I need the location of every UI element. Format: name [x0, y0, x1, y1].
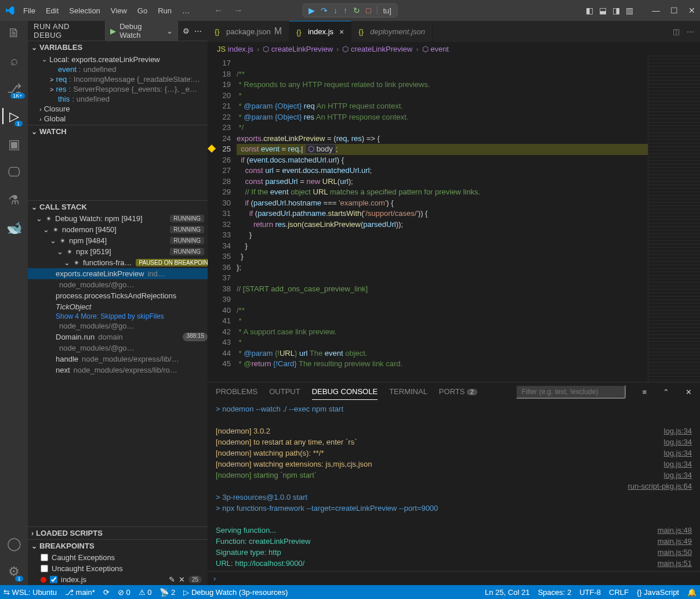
console-input-prompt[interactable]: ›	[208, 571, 700, 585]
console-source-link[interactable]: main.js:50	[658, 547, 692, 558]
scope-closure[interactable]: ›Closure	[28, 104, 208, 114]
breadcrumb-segment[interactable]: ⬡ event	[422, 45, 449, 53]
status-item[interactable]: UTF-8	[579, 588, 601, 597]
layout-panel-icon[interactable]: ⬓	[599, 6, 607, 15]
stack-frame[interactable]: nextnode_modules/express/lib/ro…	[28, 365, 208, 376]
layout-sidebarright-icon[interactable]: ◨	[612, 6, 620, 15]
debug-stepinto-icon[interactable]: ↓	[333, 6, 338, 15]
menu-edit[interactable]: Edit	[41, 4, 63, 17]
status-branch[interactable]: ⎇ main*	[65, 588, 95, 597]
split-editor-icon[interactable]: ◫	[673, 27, 680, 36]
menu-selection[interactable]: Selection	[64, 4, 104, 17]
thread-row[interactable]: ⌄✴Debug Watch: npm [9419]RUNNING	[28, 213, 208, 224]
panel-tab-ports[interactable]: PORTS 2	[439, 384, 477, 400]
menu-view[interactable]: View	[106, 4, 132, 17]
panel-tab-output[interactable]: OUTPUT	[269, 384, 300, 400]
panel-close-icon[interactable]: ✕	[686, 388, 692, 396]
breakpoint-checkbox[interactable]	[41, 565, 48, 572]
testing-icon[interactable]: ⚗	[8, 193, 20, 208]
stack-frame[interactable]: node_modules/@go…	[28, 279, 208, 290]
skip-frames-link[interactable]: Show 4 More: Skipped by skipFiles	[28, 312, 208, 320]
edit-icon[interactable]: ✎	[169, 575, 175, 584]
run-debug-icon[interactable]: ▷1	[9, 109, 19, 124]
console-filter-input[interactable]	[516, 385, 626, 399]
section-watch[interactable]: ⌄WATCH	[28, 125, 208, 138]
stack-frame[interactable]: Domain.rundomain388:15	[28, 331, 208, 342]
explorer-icon[interactable]: 🗎	[8, 26, 20, 41]
status-item[interactable]: Ln 25, Col 21	[485, 588, 529, 597]
debug-restart-icon[interactable]: ↻	[353, 6, 360, 15]
status-item[interactable]: Spaces: 2	[538, 588, 571, 597]
status-item[interactable]: CRLF	[609, 588, 629, 597]
gear-icon[interactable]: ⚙	[183, 27, 190, 35]
notifications-icon[interactable]: 🔔	[687, 588, 697, 597]
breadcrumb-segment[interactable]: ⬡ createLinkPreview	[342, 45, 412, 53]
menu-run[interactable]: Run	[153, 4, 176, 17]
status-remote[interactable]: ⇆ WSL: Ubuntu	[3, 588, 57, 597]
section-callstack[interactable]: ⌄CALL STACK	[28, 201, 208, 213]
variable-row[interactable]: >req: IncomingMessage {_readableState:…	[28, 74, 208, 84]
stack-frame[interactable]: handlenode_modules/express/lib/…	[28, 353, 208, 365]
debug-stepout-icon[interactable]: ↑	[343, 6, 347, 15]
breakpoint-checkbox[interactable]	[50, 576, 57, 583]
section-loaded-scripts[interactable]: ›LOADED SCRIPTS	[28, 527, 208, 539]
extensions-icon[interactable]: ▣	[8, 137, 20, 152]
more-actions-icon[interactable]: ⋯	[687, 27, 694, 36]
menu-file[interactable]: File	[19, 4, 40, 17]
settings-gear-icon[interactable]: ⚙1	[8, 564, 20, 579]
status-err[interactable]: ⊘ 0	[118, 588, 130, 597]
console-source-link[interactable]: log.js:34	[664, 470, 692, 481]
status-warn[interactable]: ⚠ 0	[139, 588, 152, 597]
menu-…[interactable]: …	[177, 4, 194, 17]
thread-row[interactable]: ⌄✴npm [9484]RUNNING	[28, 235, 208, 246]
console-source-link[interactable]: main.js:48	[658, 525, 692, 536]
search-icon[interactable]: ⌕	[10, 53, 18, 68]
thread-row[interactable]: ⌄✴functions-fra…PAUSED ON BREAKPOINT	[28, 257, 208, 268]
status-radio[interactable]: 📡 2	[159, 588, 175, 597]
console-source-link[interactable]: log.js:34	[664, 459, 692, 470]
window-minimize-icon[interactable]: —	[652, 6, 660, 15]
variable-row[interactable]: >res: ServerResponse {_events: {…}, _e…	[28, 84, 208, 94]
layout-sidebarleft-icon[interactable]: ◧	[586, 6, 593, 15]
status-debug[interactable]: ▷ Debug Watch (3p-resources)	[183, 588, 288, 597]
status-sync[interactable]: ⟳	[103, 588, 110, 597]
more-icon[interactable]: ⋯	[194, 27, 202, 35]
stack-frame[interactable]: node_modules/@go…	[28, 320, 208, 331]
stack-frame[interactable]: exports.createLinkPreviewind…	[28, 268, 208, 279]
console-source-link[interactable]: main.js:49	[658, 536, 692, 547]
console-source-link[interactable]: main.js:51	[658, 558, 692, 569]
layout-customize-icon[interactable]: ▥	[626, 6, 633, 15]
console-source-link[interactable]: log.js:34	[664, 448, 692, 459]
source-control-icon[interactable]: ⎇1K+	[7, 81, 21, 96]
panel-maximize-icon[interactable]: ⌃	[663, 388, 669, 396]
section-breakpoints[interactable]: ⌄BREAKPOINTS	[28, 540, 208, 552]
section-variables[interactable]: ⌄VARIABLES	[28, 41, 208, 53]
command-center[interactable]: ▶ ↷ ↓ ↑ ↻ □ tu]	[302, 3, 398, 17]
code-editor[interactable]: 1718192021222324252627282930313233343536…	[208, 56, 700, 382]
breakpoint-item[interactable]: index.js✎✕25	[28, 574, 208, 585]
panel-tab-debug console[interactable]: DEBUG CONSOLE	[312, 384, 378, 400]
variable-row[interactable]: this: undefined	[28, 94, 208, 104]
panel-tab-terminal[interactable]: TERMINAL	[389, 384, 427, 400]
thread-row[interactable]: ⌄✴npx [9519]RUNNING	[28, 246, 208, 257]
clear-console-icon[interactable]: ≡	[642, 388, 647, 396]
debug-console-output[interactable]: > nodemon --watch ./ --exec npm start [n…	[208, 401, 700, 571]
breadcrumb[interactable]: JS index.js›⬡ createLinkPreview›⬡ create…	[208, 42, 700, 56]
menu-go[interactable]: Go	[133, 4, 152, 17]
console-source-link[interactable]: log.js:34	[664, 436, 692, 448]
window-close-icon[interactable]: ✕	[688, 6, 695, 15]
variable-row[interactable]: event: undefined	[28, 64, 208, 74]
breadcrumb-segment[interactable]: JS index.js	[217, 45, 253, 53]
scope-global[interactable]: ›Global	[28, 114, 208, 124]
tab-deployment.json[interactable]: {}deployment.json	[351, 21, 433, 42]
nav-back-icon[interactable]: ←	[214, 5, 223, 16]
thread-row[interactable]: ⌄✴nodemon [9450]RUNNING	[28, 224, 208, 235]
breadcrumb-segment[interactable]: ⬡ createLinkPreview	[263, 45, 333, 53]
tab-index.js[interactable]: {}index.js×	[289, 21, 351, 42]
stack-frame[interactable]: TickObject	[28, 301, 208, 312]
remove-icon[interactable]: ✕	[179, 575, 185, 584]
scope-local[interactable]: ⌄Local: exports.createLinkPreview	[28, 55, 208, 64]
breakpoint-checkbox[interactable]	[41, 554, 48, 561]
status-item[interactable]: {} JavaScript	[637, 588, 679, 597]
tab-package.json[interactable]: {}package.jsonM	[208, 21, 289, 42]
